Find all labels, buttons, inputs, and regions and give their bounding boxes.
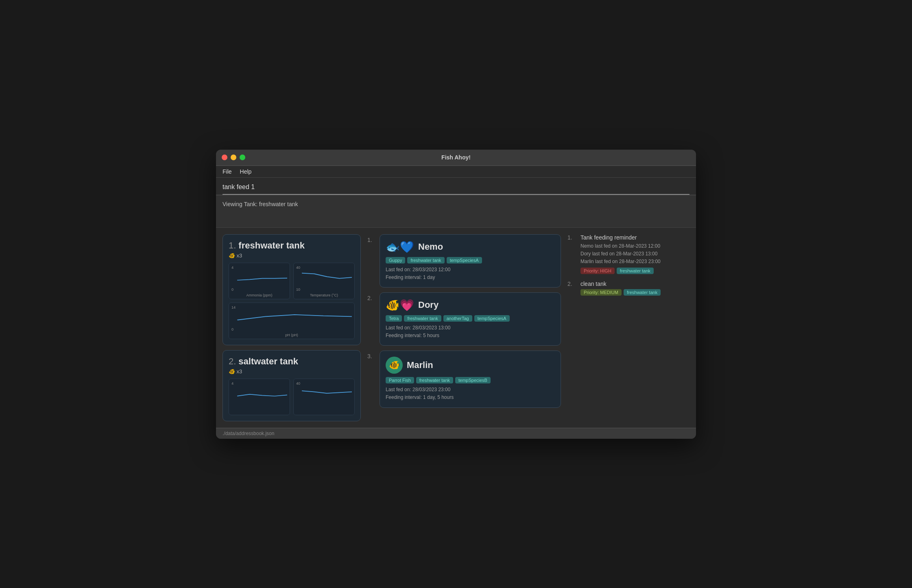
reminder-1-detail-2: Dory last fed on 28-Mar-2023 13:00 xyxy=(580,250,689,258)
minimize-button[interactable] xyxy=(231,155,236,160)
chart-ammonia-ymin: 0 xyxy=(231,287,233,292)
status-bar: ./data/addressbook.json xyxy=(216,428,696,439)
fish-marlin-avatar: 🐠 xyxy=(386,357,403,374)
tank-1-number: 1. xyxy=(229,240,236,251)
tag-priority-high: Priority: HIGH xyxy=(580,268,615,274)
window-title: Fish Ahoy! xyxy=(441,154,471,161)
fish-item-1: 1. 🐟💙 Nemo Guppy freshwater tank tempSpe… xyxy=(367,234,561,287)
tag-tempspeciesb: tempSpeciesB xyxy=(455,377,491,383)
fish-1-number: 1. xyxy=(367,234,375,243)
fish-card-nemo[interactable]: 🐟💙 Nemo Guppy freshwater tank tempSpecie… xyxy=(380,234,561,287)
fish-nemo-tags: Guppy freshwater tank tempSpeciesA xyxy=(386,257,555,264)
chart-ph-ymin: 0 xyxy=(231,327,233,331)
fish-marlin-header: 🐠 Marlin xyxy=(386,357,555,374)
viewing-tank-label: Viewing Tank: freshwater tank xyxy=(223,201,298,207)
menu-file[interactable]: File xyxy=(223,168,232,175)
fish-marlin-last-fed: Last fed on: 28/03/2023 23:00 xyxy=(386,386,555,394)
fish-dory-tags: Tetra freshwater tank anotherTag tempSpe… xyxy=(386,315,555,322)
reminder-1: 1. Tank feeding reminder Nemo last fed o… xyxy=(567,234,689,274)
chart-2-ammonia-svg xyxy=(237,385,287,407)
tag-freshwater-2: freshwater tank xyxy=(404,315,441,322)
menu-bar: File Help xyxy=(216,166,696,178)
fish-nemo-emoji: 🐟💙 xyxy=(386,240,414,254)
fish-dory-interval: Feeding interval: 5 hours xyxy=(386,332,555,340)
tank-1-name: freshwater tank xyxy=(238,240,305,251)
fish-nemo-interval: Feeding interval: 1 day xyxy=(386,274,555,281)
status-bar-text: ./data/addressbook.json xyxy=(223,431,274,436)
chart-ammonia-ymax: 4 xyxy=(231,266,233,270)
main-content: 1. freshwater tank 🐠 x3 4 0 Ammonia (ppm… xyxy=(216,228,696,428)
fish-card-marlin[interactable]: 🐠 Marlin Parrot Fish freshwater tank tem… xyxy=(380,351,561,407)
tag-priority-medium: Priority: MEDIUM xyxy=(580,289,622,296)
reminder-1-content: Tank feeding reminder Nemo last fed on 2… xyxy=(580,234,689,274)
tag-reminder-1-freshwater: freshwater tank xyxy=(617,268,654,274)
fish-nemo-info: Last fed on: 28/03/2023 12:00 Feeding in… xyxy=(386,266,555,281)
reminder-1-tags: Priority: HIGH freshwater tank xyxy=(580,268,689,274)
close-button[interactable] xyxy=(222,155,227,160)
fish-item-3: 3. 🐠 Marlin Parrot Fish freshwater tank … xyxy=(367,351,561,407)
tank-1-fish-count: 🐠 x3 xyxy=(229,253,355,259)
fish-dory-emoji: 🐠💗 xyxy=(386,298,414,312)
reminder-1-title: Tank feeding reminder xyxy=(580,234,689,241)
app-window: Fish Ahoy! File Help Viewing Tank: fresh… xyxy=(216,150,696,439)
tank-2-header: 2. saltwater tank xyxy=(229,356,355,368)
reminder-2-tags: Priority: MEDIUM freshwater tank xyxy=(580,289,689,296)
chart-2-temperature: 40 xyxy=(293,379,355,415)
chart-2-ammonia-ymax: 4 xyxy=(231,381,233,385)
tank-card-1[interactable]: 1. freshwater tank 🐠 x3 4 0 Ammonia (ppm… xyxy=(223,234,361,345)
fish-column: 1. 🐟💙 Nemo Guppy freshwater tank tempSpe… xyxy=(361,234,567,421)
tag-tetra: Tetra xyxy=(386,315,402,322)
fish-card-dory[interactable]: 🐠💗 Dory Tetra freshwater tank anotherTag… xyxy=(380,292,561,346)
chart-ph-ymax: 14 xyxy=(231,305,236,309)
tag-parrotfish: Parrot Fish xyxy=(386,377,414,383)
reminder-2-number: 2. xyxy=(567,281,576,296)
reminder-1-number: 1. xyxy=(567,234,576,274)
fish-nemo-name: Nemo xyxy=(418,242,443,252)
reminder-2-title: clean tank xyxy=(580,281,689,287)
fish-dory-header: 🐠💗 Dory xyxy=(386,298,555,312)
fish-dory-info: Last fed on: 28/03/2023 13:00 Feeding in… xyxy=(386,324,555,340)
chart-ph: 14 0 pH (pH) xyxy=(229,303,355,339)
tag-tempspeciesa-2: tempSpeciesA xyxy=(474,315,510,322)
reminders-column: 1. Tank feeding reminder Nemo last fed o… xyxy=(567,234,689,421)
chart-temperature: 40 10 Temperature (°C) xyxy=(293,263,355,299)
chart-ph-label: pH (pH) xyxy=(229,333,354,337)
chart-2-ammonia: 4 xyxy=(229,379,290,415)
fish-marlin-name: Marlin xyxy=(407,360,433,370)
tag-freshwater: freshwater tank xyxy=(407,257,444,264)
chart-temperature-ymax: 40 xyxy=(296,266,300,270)
tank-card-2[interactable]: 2. saltwater tank 🐠 x3 4 40 xyxy=(223,350,361,421)
fish-nemo-header: 🐟💙 Nemo xyxy=(386,240,555,254)
chart-ammonia: 4 0 Ammonia (ppm) xyxy=(229,263,290,299)
fish-item-2: 2. 🐠💗 Dory Tetra freshwater tank another… xyxy=(367,292,561,346)
tag-freshwater-3: freshwater tank xyxy=(416,377,453,383)
tanks-column: 1. freshwater tank 🐠 x3 4 0 Ammonia (ppm… xyxy=(223,234,361,421)
fish-nemo-last-fed: Last fed on: 28/03/2023 12:00 xyxy=(386,266,555,274)
maximize-button[interactable] xyxy=(240,155,245,160)
chart-temperature-label: Temperature (°C) xyxy=(294,293,354,297)
tag-guppy: Guppy xyxy=(386,257,405,264)
fish-2-number: 2. xyxy=(367,292,375,301)
chart-2-temperature-ymax: 40 xyxy=(296,381,300,385)
menu-help[interactable]: Help xyxy=(240,168,252,175)
title-bar: Fish Ahoy! xyxy=(216,150,696,166)
search-input[interactable] xyxy=(223,182,689,195)
reminder-1-detail-1: Nemo last fed on 28-Mar-2023 12:00 xyxy=(580,242,689,250)
chart-ammonia-label: Ammonia (ppm) xyxy=(229,293,290,297)
viewing-tank-bar: Viewing Tank: freshwater tank xyxy=(216,195,696,228)
tank-2-number: 2. xyxy=(229,356,236,367)
fish-dory-name: Dory xyxy=(418,300,439,310)
fish-marlin-interval: Feeding interval: 1 day, 5 hours xyxy=(386,394,555,401)
tank-1-charts: 4 0 Ammonia (ppm) 40 10 T xyxy=(229,263,355,339)
fish-marlin-info: Last fed on: 28/03/2023 23:00 Feeding in… xyxy=(386,386,555,401)
chart-temperature-ymin: 10 xyxy=(296,287,300,292)
chart-2-temperature-svg xyxy=(302,385,352,407)
reminder-2-content: clean tank Priority: MEDIUM freshwater t… xyxy=(580,281,689,296)
chart-ph-svg xyxy=(237,309,352,331)
reminder-2: 2. clean tank Priority: MEDIUM freshwate… xyxy=(567,281,689,296)
reminder-1-detail-3: Marlin last fed on 28-Mar-2023 23:00 xyxy=(580,258,689,266)
fish-3-number: 3. xyxy=(367,351,375,359)
tag-tempspeciesa: tempSpeciesA xyxy=(447,257,482,264)
fish-marlin-tags: Parrot Fish freshwater tank tempSpeciesB xyxy=(386,377,555,383)
tag-reminder-2-freshwater: freshwater tank xyxy=(624,289,661,296)
